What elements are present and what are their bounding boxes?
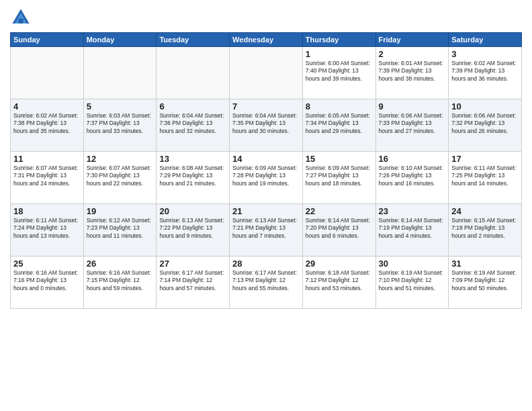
day-info: Sunrise: 6:09 AM Sunset: 7:28 PM Dayligh…: [232, 165, 300, 187]
day-number: 10: [451, 101, 519, 111]
calendar-cell: 26Sunrise: 6:16 AM Sunset: 7:15 PM Dayli…: [83, 257, 157, 309]
calendar-cell: 19Sunrise: 6:12 AM Sunset: 7:23 PM Dayli…: [83, 204, 157, 257]
day-info: Sunrise: 6:14 AM Sunset: 7:20 PM Dayligh…: [306, 217, 373, 240]
day-info: Sunrise: 6:11 AM Sunset: 7:24 PM Dayligh…: [13, 217, 81, 240]
day-info: Sunrise: 6:18 AM Sunset: 7:12 PM Dayligh…: [306, 269, 373, 292]
day-info: Sunrise: 6:00 AM Sunset: 7:40 PM Dayligh…: [306, 60, 373, 83]
logo: [10, 7, 34, 28]
svg-rect-2: [18, 19, 23, 24]
day-number: 7: [232, 101, 300, 111]
day-header-thursday: Thursday: [302, 33, 375, 47]
day-info: Sunrise: 6:09 AM Sunset: 7:27 PM Dayligh…: [306, 165, 373, 187]
header-row: SundayMondayTuesdayWednesdayThursdayFrid…: [11, 33, 522, 47]
logo-icon: [10, 7, 32, 28]
day-number: 13: [159, 154, 226, 164]
day-number: 12: [87, 154, 154, 164]
calendar-cell: 9Sunrise: 6:06 AM Sunset: 7:33 PM Daylig…: [375, 99, 449, 152]
day-info: Sunrise: 6:15 AM Sunset: 7:18 PM Dayligh…: [451, 217, 519, 240]
day-info: Sunrise: 6:13 AM Sunset: 7:21 PM Dayligh…: [232, 217, 300, 240]
calendar-cell: 12Sunrise: 6:07 AM Sunset: 7:30 PM Dayli…: [83, 152, 157, 204]
calendar-cell: 1Sunrise: 6:00 AM Sunset: 7:40 PM Daylig…: [302, 47, 375, 99]
day-info: Sunrise: 6:19 AM Sunset: 7:09 PM Dayligh…: [451, 269, 519, 292]
calendar-cell: 18Sunrise: 6:11 AM Sunset: 7:24 PM Dayli…: [11, 204, 84, 257]
calendar-cell: 20Sunrise: 6:13 AM Sunset: 7:22 PM Dayli…: [157, 204, 230, 257]
day-info: Sunrise: 6:03 AM Sunset: 7:37 PM Dayligh…: [87, 112, 154, 135]
day-info: Sunrise: 6:02 AM Sunset: 7:38 PM Dayligh…: [13, 112, 81, 135]
calendar-cell: 2Sunrise: 6:01 AM Sunset: 7:39 PM Daylig…: [375, 47, 449, 99]
day-number: 16: [379, 154, 446, 164]
calendar-cell: 14Sunrise: 6:09 AM Sunset: 7:28 PM Dayli…: [230, 152, 303, 204]
calendar-cell: [230, 47, 303, 99]
header: [10, 7, 522, 28]
day-number: 8: [306, 101, 373, 111]
day-header-monday: Monday: [83, 33, 157, 47]
day-header-wednesday: Wednesday: [230, 33, 303, 47]
day-number: 19: [87, 206, 154, 216]
day-info: Sunrise: 6:12 AM Sunset: 7:23 PM Dayligh…: [87, 217, 154, 240]
calendar-cell: 23Sunrise: 6:14 AM Sunset: 7:19 PM Dayli…: [375, 204, 449, 257]
day-number: 27: [159, 259, 226, 269]
day-number: 29: [306, 259, 373, 269]
calendar-cell: 27Sunrise: 6:17 AM Sunset: 7:14 PM Dayli…: [157, 257, 230, 309]
day-number: 15: [306, 154, 373, 164]
day-number: 11: [13, 154, 81, 164]
day-info: Sunrise: 6:16 AM Sunset: 7:16 PM Dayligh…: [13, 269, 81, 292]
week-row-4: 18Sunrise: 6:11 AM Sunset: 7:24 PM Dayli…: [11, 204, 522, 257]
day-info: Sunrise: 6:13 AM Sunset: 7:22 PM Dayligh…: [159, 217, 226, 240]
day-info: Sunrise: 6:17 AM Sunset: 7:14 PM Dayligh…: [159, 269, 226, 292]
calendar-cell: 31Sunrise: 6:19 AM Sunset: 7:09 PM Dayli…: [449, 257, 522, 309]
day-number: 30: [379, 259, 446, 269]
day-info: Sunrise: 6:07 AM Sunset: 7:30 PM Dayligh…: [87, 165, 154, 187]
day-info: Sunrise: 6:06 AM Sunset: 7:32 PM Dayligh…: [451, 112, 519, 135]
day-number: 3: [451, 49, 519, 59]
calendar-cell: 30Sunrise: 6:19 AM Sunset: 7:10 PM Dayli…: [375, 257, 449, 309]
day-info: Sunrise: 6:11 AM Sunset: 7:25 PM Dayligh…: [451, 165, 519, 187]
day-number: 6: [159, 101, 226, 111]
day-number: 26: [87, 259, 154, 269]
calendar-cell: [157, 47, 230, 99]
day-header-sunday: Sunday: [11, 33, 84, 47]
day-number: 14: [232, 154, 300, 164]
day-info: Sunrise: 6:04 AM Sunset: 7:36 PM Dayligh…: [159, 112, 226, 135]
calendar-cell: 25Sunrise: 6:16 AM Sunset: 7:16 PM Dayli…: [11, 257, 84, 309]
day-number: 18: [13, 206, 81, 216]
calendar-cell: [83, 47, 157, 99]
calendar-cell: 7Sunrise: 6:04 AM Sunset: 7:35 PM Daylig…: [230, 99, 303, 152]
day-info: Sunrise: 6:17 AM Sunset: 7:13 PM Dayligh…: [232, 269, 300, 292]
calendar-table: SundayMondayTuesdayWednesdayThursdayFrid…: [10, 32, 522, 309]
day-number: 25: [13, 259, 81, 269]
calendar-cell: 22Sunrise: 6:14 AM Sunset: 7:20 PM Dayli…: [302, 204, 375, 257]
week-row-2: 4Sunrise: 6:02 AM Sunset: 7:38 PM Daylig…: [11, 99, 522, 152]
day-number: 1: [306, 49, 373, 59]
day-number: 5: [87, 101, 154, 111]
day-number: 23: [379, 206, 446, 216]
calendar-cell: 4Sunrise: 6:02 AM Sunset: 7:38 PM Daylig…: [11, 99, 84, 152]
day-info: Sunrise: 6:05 AM Sunset: 7:34 PM Dayligh…: [306, 112, 373, 135]
day-number: 28: [232, 259, 300, 269]
calendar-cell: 6Sunrise: 6:04 AM Sunset: 7:36 PM Daylig…: [157, 99, 230, 152]
day-number: 31: [451, 259, 519, 269]
week-row-5: 25Sunrise: 6:16 AM Sunset: 7:16 PM Dayli…: [11, 257, 522, 309]
day-header-tuesday: Tuesday: [157, 33, 230, 47]
calendar-cell: 15Sunrise: 6:09 AM Sunset: 7:27 PM Dayli…: [302, 152, 375, 204]
day-number: 4: [13, 101, 81, 111]
calendar-cell: 29Sunrise: 6:18 AM Sunset: 7:12 PM Dayli…: [302, 257, 375, 309]
calendar-cell: 13Sunrise: 6:08 AM Sunset: 7:29 PM Dayli…: [157, 152, 230, 204]
day-number: 17: [451, 154, 519, 164]
calendar-cell: 17Sunrise: 6:11 AM Sunset: 7:25 PM Dayli…: [449, 152, 522, 204]
day-header-friday: Friday: [375, 33, 449, 47]
day-number: 20: [159, 206, 226, 216]
day-number: 9: [379, 101, 446, 111]
calendar-cell: 10Sunrise: 6:06 AM Sunset: 7:32 PM Dayli…: [449, 99, 522, 152]
day-info: Sunrise: 6:14 AM Sunset: 7:19 PM Dayligh…: [379, 217, 446, 240]
day-info: Sunrise: 6:04 AM Sunset: 7:35 PM Dayligh…: [232, 112, 300, 135]
week-row-3: 11Sunrise: 6:07 AM Sunset: 7:31 PM Dayli…: [11, 152, 522, 204]
day-info: Sunrise: 6:19 AM Sunset: 7:10 PM Dayligh…: [379, 269, 446, 292]
day-info: Sunrise: 6:10 AM Sunset: 7:26 PM Dayligh…: [379, 165, 446, 187]
calendar-cell: 5Sunrise: 6:03 AM Sunset: 7:37 PM Daylig…: [83, 99, 157, 152]
day-number: 24: [451, 206, 519, 216]
day-info: Sunrise: 6:16 AM Sunset: 7:15 PM Dayligh…: [87, 269, 154, 292]
page: SundayMondayTuesdayWednesdayThursdayFrid…: [0, 0, 532, 411]
calendar-cell: 21Sunrise: 6:13 AM Sunset: 7:21 PM Dayli…: [230, 204, 303, 257]
calendar-cell: 24Sunrise: 6:15 AM Sunset: 7:18 PM Dayli…: [449, 204, 522, 257]
